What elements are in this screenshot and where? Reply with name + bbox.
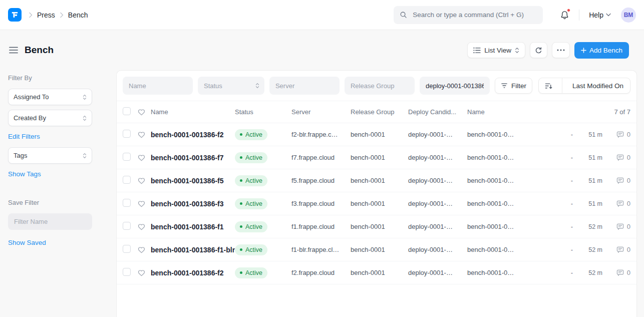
ellipsis-icon	[557, 49, 565, 51]
favorite-heart-icon[interactable]	[138, 223, 151, 230]
server-cell: f1.frappe.cloud	[291, 223, 351, 230]
comments-cell[interactable]: 0	[602, 177, 630, 184]
help-label: Help	[589, 11, 603, 19]
notifications-bell-icon[interactable]	[560, 10, 569, 20]
row-checkbox[interactable]	[123, 130, 131, 138]
row-checkbox[interactable]	[123, 222, 131, 230]
modified-time-cell: 52 m	[579, 269, 602, 276]
empty-value-cell: -	[564, 200, 579, 207]
favorite-heart-icon[interactable]	[138, 177, 151, 184]
column-header-status[interactable]: Status	[235, 108, 291, 116]
bench-name[interactable]: bench-0001-001386-f5	[151, 177, 235, 185]
command-search[interactable]	[394, 6, 543, 24]
column-header-server[interactable]: Server	[291, 108, 351, 116]
breadcrumb-bench[interactable]: Bench	[68, 11, 88, 19]
status-dot-icon	[240, 179, 242, 182]
comments-cell[interactable]: 0	[602, 131, 630, 138]
empty-value-cell: -	[564, 154, 579, 161]
show-saved-link[interactable]: Show Saved	[8, 239, 46, 246]
column-header-name[interactable]: Name	[151, 108, 235, 116]
bench-name[interactable]: bench-0001-001386-f1	[151, 223, 235, 231]
server-filter-input[interactable]	[269, 77, 340, 95]
table-row[interactable]: bench-0001-001386-f1 Active f1.frappe.cl…	[117, 215, 636, 238]
frappe-logo-icon[interactable]	[8, 8, 22, 22]
row-checkbox[interactable]	[123, 268, 131, 276]
search-input[interactable]	[412, 11, 537, 19]
name-filter-input[interactable]	[123, 77, 193, 95]
chevron-right-icon	[29, 12, 33, 18]
favorite-heart-icon[interactable]	[138, 269, 151, 276]
deploy-candidate-filter-input[interactable]	[420, 77, 490, 95]
status-badge: Active	[235, 221, 267, 232]
filter-by-label: Filter By	[8, 74, 108, 82]
comments-cell[interactable]: 0	[602, 223, 630, 230]
assigned-to-label: Assigned To	[14, 93, 49, 101]
status-badge: Active	[235, 198, 267, 209]
search-icon	[400, 11, 407, 19]
breadcrumb-press[interactable]: Press	[37, 11, 55, 19]
favorite-heart-icon[interactable]	[138, 131, 151, 138]
comment-icon	[616, 200, 624, 207]
comments-cell[interactable]: 0	[602, 246, 630, 253]
table-row[interactable]: bench-0001-001386-f7 Active f7.frappe.cl…	[117, 146, 636, 169]
favorite-heart-icon[interactable]	[138, 154, 151, 161]
chevron-updown-icon	[515, 47, 519, 54]
comments-cell[interactable]: 0	[602, 269, 630, 276]
empty-value-cell: -	[564, 177, 579, 184]
user-avatar[interactable]: BM	[621, 8, 636, 23]
status-label: Active	[245, 246, 262, 253]
view-selector-button[interactable]: List View	[467, 42, 525, 58]
help-menu[interactable]: Help	[589, 11, 611, 19]
tags-select[interactable]: Tags	[8, 147, 92, 164]
status-filter-select[interactable]: Status	[198, 77, 264, 95]
created-by-select[interactable]: Created By	[8, 110, 92, 126]
page-header: Bench List View	[0, 30, 644, 70]
select-all-checkbox[interactable]	[123, 107, 131, 115]
row-checkbox[interactable]	[123, 153, 131, 161]
comment-count: 0	[627, 177, 630, 184]
row-checkbox[interactable]	[123, 199, 131, 207]
release-group-filter-input[interactable]	[345, 77, 415, 95]
refresh-button[interactable]	[530, 42, 547, 58]
row-checkbox[interactable]	[123, 176, 131, 184]
tags-label: Tags	[14, 152, 27, 159]
bench-name[interactable]: bench-0001-001386-f3	[151, 200, 235, 208]
favorite-heart-icon[interactable]	[138, 246, 151, 253]
breadcrumb: Press Bench	[29, 11, 88, 19]
more-options-button[interactable]	[552, 42, 570, 58]
table-row[interactable]: bench-0001-001386-f3 Active f3.frappe.cl…	[117, 192, 636, 215]
name-2-cell: bench-0001-0…	[467, 131, 532, 138]
table-row[interactable]: bench-0001-001386-f5 Active f5.frappe.cl…	[117, 169, 636, 192]
sidebar-toggle-icon[interactable]	[8, 46, 19, 55]
show-tags-link[interactable]: Show Tags	[8, 170, 41, 178]
status-badge: Active	[235, 267, 267, 278]
add-bench-button[interactable]: Add Bench	[574, 42, 629, 59]
bench-name[interactable]: bench-0001-001386-f7	[151, 154, 235, 162]
modified-time-cell: 51 m	[579, 177, 602, 184]
status-badge: Active	[235, 244, 267, 255]
bench-name[interactable]: bench-0001-001386-f2	[151, 131, 235, 139]
column-header-deploy-candidate[interactable]: Deploy Candid...	[408, 108, 467, 116]
chevron-updown-icon	[83, 153, 87, 159]
status-filter-label: Status	[204, 82, 222, 90]
favorite-heart-icon[interactable]	[138, 200, 151, 207]
assigned-to-select[interactable]: Assigned To	[8, 89, 92, 105]
column-header-name-2[interactable]: Name	[467, 108, 532, 116]
comments-cell[interactable]: 0	[602, 200, 630, 207]
sort-button[interactable]: Last Modified On	[538, 78, 630, 94]
status-label: Active	[245, 223, 262, 230]
filter-button[interactable]: Filter	[495, 78, 532, 94]
comments-cell[interactable]: 0	[602, 154, 630, 161]
filter-name-input[interactable]	[8, 213, 92, 230]
column-header-release-group[interactable]: Release Group	[351, 108, 408, 116]
edit-filters-link[interactable]: Edit Filters	[8, 133, 40, 140]
table-row[interactable]: bench-0001-001386-f1-blr Active f1-blr.f…	[117, 238, 636, 261]
deploy-candidate-cell: deploy-0001-…	[408, 246, 467, 253]
bench-name[interactable]: bench-0001-001386-f2	[151, 269, 235, 277]
table-row[interactable]: bench-0001-001386-f2 Active f2-blr.frapp…	[117, 123, 636, 146]
table-row[interactable]: bench-0001-001386-f2 Active f2.frappe.cl…	[117, 261, 636, 284]
bench-name[interactable]: bench-0001-001386-f1-blr	[151, 246, 235, 254]
row-checkbox[interactable]	[123, 245, 131, 253]
release-group-cell: bench-0001	[351, 154, 408, 161]
deploy-candidate-cell: deploy-0001-…	[408, 131, 467, 138]
